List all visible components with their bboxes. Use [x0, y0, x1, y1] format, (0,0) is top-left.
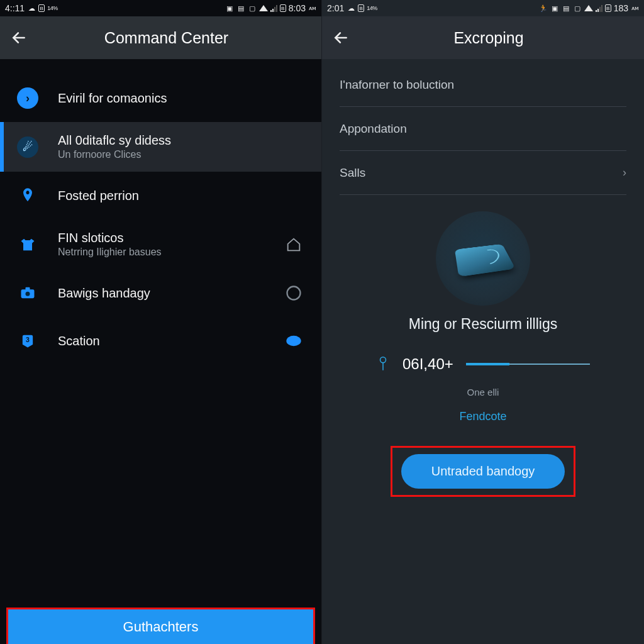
slider-sublabel: One elli: [467, 387, 499, 397]
status-bar-left: 4::11 ☁ B 14% ▣ ▤ ▢ B 8:03ᴀᴍ: [0, 0, 321, 16]
setting-label: Salls: [340, 166, 623, 180]
menu-label: All 0ditaflc sy didess: [58, 133, 306, 148]
chevron-circle-icon: ›: [15, 86, 40, 111]
shirt-icon: [15, 232, 40, 257]
status-pct: 14%: [47, 5, 58, 11]
svg-rect-3: [26, 287, 30, 291]
cloud-icon: ☁: [347, 4, 355, 13]
menu-sublabel: Netrring Ilighier basues: [58, 247, 264, 258]
menu-item-scation[interactable]: 3 Scation: [0, 317, 321, 365]
battery-box-icon: B: [358, 4, 364, 12]
header-left: Command Center: [0, 16, 321, 59]
svg-point-2: [26, 292, 30, 296]
slider-track[interactable]: [466, 364, 590, 365]
setting-label: Appondation: [340, 122, 626, 136]
device-title: Ming or Resciurm illligs: [409, 316, 557, 333]
nfc-icon: ▤: [562, 4, 570, 13]
menu-label: Eviril for comaonics: [58, 91, 306, 106]
svg-text:3: 3: [26, 336, 30, 343]
wifi-icon: [259, 5, 268, 11]
svg-point-7: [380, 357, 386, 363]
svg-point-6: [286, 336, 301, 346]
cta-button[interactable]: Untraded bandogy: [401, 454, 565, 489]
sq-icon: ▢: [573, 4, 582, 13]
svg-text:?: ?: [26, 190, 30, 196]
menu-label: Fosted perrion: [58, 189, 306, 203]
page-title: Command Center: [47, 29, 286, 47]
back-button[interactable]: [10, 29, 28, 47]
link-fendcote[interactable]: Fendcote: [459, 410, 506, 423]
cast-icon: ▣: [225, 4, 234, 13]
battery-icon: B: [605, 4, 611, 12]
menu-list: › Eviril for comaonics ☄ All 0ditaflc sy…: [0, 59, 321, 365]
globe-icon: ☄: [15, 135, 40, 160]
status-right-cluster: ▣ ▤ ▢ B 8:03ᴀᴍ: [225, 3, 316, 13]
slider-pin-icon: [376, 356, 390, 372]
status-time: 4::11: [5, 3, 25, 13]
menu-item-evril[interactable]: › Eviril for comaonics: [0, 74, 321, 122]
setting-row-appondation[interactable]: Appondation: [340, 107, 626, 151]
device-tile-icon: [455, 244, 516, 277]
cta-label: Untraded bandogy: [431, 464, 535, 478]
status-bar-right: 2:01 ☁ B 14% 🏃 ▣ ▤ ▢ B 183ᴀᴍ: [322, 0, 644, 16]
status-ampm: ᴀᴍ: [631, 5, 639, 11]
wifi-icon: [584, 5, 593, 11]
camera-icon: [15, 280, 40, 306]
svg-point-4: [287, 287, 301, 300]
toggle-on-icon[interactable]: [281, 332, 306, 350]
setting-label: I'naforner to boluction: [340, 78, 626, 92]
radio-off-icon[interactable]: [281, 284, 306, 302]
device-panel: Ming or Resciurm illligs 06I,40+ One ell…: [322, 211, 644, 497]
back-button[interactable]: [332, 29, 350, 47]
status-time: 2:01: [327, 3, 344, 13]
back-arrow-icon: [333, 30, 349, 46]
battery-box-icon: B: [38, 4, 45, 12]
slider[interactable]: 06I,40+: [376, 355, 590, 373]
setting-row-inaforner[interactable]: I'naforner to boluction: [340, 63, 626, 107]
slider-value: 06I,40+: [402, 355, 453, 373]
page-title: Excroping: [369, 29, 609, 47]
menu-item-all-oditaflc[interactable]: ☄ All 0ditaflc sy didess Un fornoore Cli…: [0, 122, 321, 172]
home-outline-icon: [281, 236, 306, 253]
pin-icon: ?: [15, 183, 40, 208]
menu-label: Scation: [58, 334, 264, 348]
cta-highlight-box: Untraded bandogy: [391, 446, 576, 497]
bottom-button[interactable]: Guthachters: [6, 608, 315, 644]
signal-icon: [270, 4, 277, 12]
menu-item-fin[interactable]: FIN sloticos Netrring Ilighier basues: [0, 219, 321, 269]
status-right-time: 183: [614, 3, 628, 13]
status-left-cluster: 2:01 ☁ B 14%: [327, 3, 377, 13]
runner-icon: 🏃: [539, 4, 548, 13]
status-right-time: 8:03: [289, 3, 306, 13]
menu-label: FIN sloticos: [58, 231, 264, 245]
status-left-cluster: 4::11 ☁ B 14%: [5, 3, 58, 13]
bottom-button-label: Guthachters: [123, 619, 199, 635]
phone-left: 4::11 ☁ B 14% ▣ ▤ ▢ B 8:03ᴀᴍ Command Cen…: [0, 0, 322, 644]
status-right-cluster: 🏃 ▣ ▤ ▢ B 183ᴀᴍ: [539, 3, 639, 13]
back-arrow-icon: [11, 30, 27, 46]
status-pct: 14%: [367, 5, 377, 11]
menu-sublabel: Un fornoore Clices: [58, 149, 306, 160]
badge-icon: 3: [15, 328, 40, 353]
header-right: Excroping: [322, 16, 644, 59]
status-ampm: ᴀᴍ: [309, 5, 316, 11]
settings-group: I'naforner to boluction Appondation Sall…: [322, 59, 644, 199]
cloud-icon: ☁: [27, 4, 36, 13]
cast-icon: ▣: [550, 4, 559, 13]
sq-icon: ▢: [248, 4, 257, 13]
menu-item-bawigs[interactable]: Bawigs handagy: [0, 269, 321, 317]
menu-label: Bawigs handagy: [58, 286, 264, 301]
menu-item-fosted[interactable]: ? Fosted perrion: [0, 172, 321, 219]
phone-right: 2:01 ☁ B 14% 🏃 ▣ ▤ ▢ B 183ᴀᴍ Excroping I…: [322, 0, 644, 644]
chevron-right-icon: ›: [623, 166, 626, 179]
battery-icon: B: [280, 4, 286, 12]
setting-row-salls[interactable]: Salls ›: [340, 151, 626, 195]
signal-icon: [596, 4, 602, 12]
nfc-icon: ▤: [236, 4, 245, 13]
device-illustration: [436, 211, 530, 306]
